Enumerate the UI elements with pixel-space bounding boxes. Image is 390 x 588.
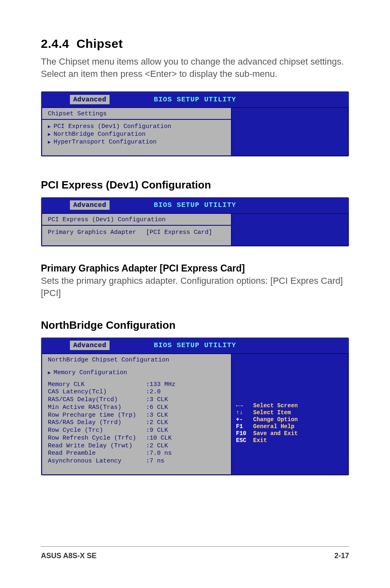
bios-info-row: CAS Latency(Tcl):2.0: [48, 388, 225, 396]
bios-info-value: :3 CLK: [146, 412, 168, 420]
bios-tab-advanced: Advanced: [70, 341, 110, 350]
bios-info-row: RAS/RAS Delay (Trrd):2 CLK: [48, 419, 225, 427]
bios-info-row: Row Precharge time (Trp):3 CLK: [48, 412, 225, 420]
bios-info-label: RAS/CAS Delay(Trcd): [48, 396, 146, 404]
bios-left-panel: Chipset Settings ▶PCI Express (Dev1) Con…: [41, 107, 232, 156]
bios-panel-title: PCI Express (Dev1) Configuration: [48, 216, 225, 223]
bios-info-row: Read Write Delay (Trwt):2 CLK: [48, 442, 225, 450]
bios-menu-item[interactable]: ▶NorthBridge Configuration: [48, 131, 225, 139]
bios-panel-title: NorthBridge Chipset Configuration: [48, 357, 225, 364]
bios-right-panel: ←→Select Screen↑↓Select Item+-Change Opt…: [232, 353, 349, 475]
bios-info-value: :2 CLK: [146, 442, 168, 450]
bios-info-row: Min Active RAS(Tras):6 CLK: [48, 404, 225, 412]
bios-menu-item[interactable]: ▶PCI Express (Dev1) Configuration: [48, 123, 225, 131]
help-action: Change Option: [253, 416, 344, 423]
bios-info-row: Read Preamble:7.0 ns: [48, 450, 225, 458]
footer-page-number: 2-17: [334, 552, 349, 560]
option-desc-line1: Sets the primary graphics adapter. Confi…: [41, 275, 349, 287]
bios-utility-title: BIOS SETUP UTILITY: [154, 201, 236, 209]
subhead-northbridge: NorthBridge Configuration: [41, 319, 349, 332]
section-heading: 2.4.4 Chipset: [41, 37, 349, 51]
bios-info-label: Row Precharge time (Trp): [48, 412, 146, 420]
section-number: 2.4.4: [41, 37, 69, 50]
help-action: General Help: [253, 423, 344, 430]
bios-setting-value: [PCI Express Card]: [146, 229, 212, 237]
bios-menu-label: Memory Configuration: [54, 369, 127, 377]
triangle-icon: ▶: [48, 370, 54, 376]
bios-info-label: Min Active RAS(Tras): [48, 404, 146, 412]
bios-info-label: Row Refresh Cycle (Trfc): [48, 435, 146, 442]
help-action: Exit: [253, 437, 344, 444]
help-key: ↑↓: [236, 409, 253, 416]
help-key: F10: [236, 430, 253, 437]
help-key: ESC: [236, 437, 253, 444]
bios-info-label: CAS Latency(Tcl): [48, 388, 146, 396]
bios-info-value: :6 CLK: [146, 404, 168, 412]
bios-left-panel: PCI Express (Dev1) Configuration Primary…: [41, 213, 232, 247]
page-footer: ASUS A8S-X SE 2-17: [41, 546, 349, 560]
divider: [42, 225, 231, 226]
bios-info-label: Read Preamble: [48, 450, 146, 458]
bios-info-row: RAS/CAS Delay(Trcd):3 CLK: [48, 396, 225, 404]
bios-info-label: Asynchronous Latency: [48, 458, 146, 465]
help-action: Save and Exit: [253, 430, 344, 437]
bios-menu-label: NorthBridge Configuration: [54, 131, 146, 139]
bios-info-value: :2.0: [146, 388, 161, 396]
footer-product: ASUS A8S-X SE: [41, 552, 96, 560]
intro-paragraph: The Chipset menu items allow you to chan…: [41, 56, 349, 80]
bios-info-value: :133 MHz: [146, 381, 175, 389]
help-key: F1: [236, 423, 253, 430]
bios-info-value: :7 ns: [146, 458, 164, 465]
bios-setting-row[interactable]: Primary Graphics Adapter [PCI Express Ca…: [48, 229, 225, 237]
triangle-icon: ▶: [48, 139, 54, 146]
bios-right-panel: [232, 107, 349, 156]
section-title: Chipset: [76, 37, 123, 50]
bios-menu-label: PCI Express (Dev1) Configuration: [54, 123, 171, 131]
bios-info-value: :3 CLK: [146, 396, 168, 404]
bios-info-value: :9 CLK: [146, 427, 168, 435]
divider: [42, 119, 231, 120]
bios-info-row: Row Refresh Cycle (Trfc):10 CLK: [48, 435, 225, 442]
bios-info-value: :10 CLK: [146, 435, 172, 442]
bios-info-value: :2 CLK: [146, 419, 168, 427]
bios-info-value: :7.0 ns: [146, 450, 172, 458]
bios-info-row: Row Cycle (Trc):9 CLK: [48, 427, 225, 435]
bios-menu-label: HyperTransport Configuration: [54, 139, 157, 146]
bios-titlebar: Advanced BIOS SETUP UTILITY: [41, 197, 349, 213]
bios-info-label: Memory CLK: [48, 381, 146, 389]
bios-info-row: Asynchronous Latency:7 ns: [48, 458, 225, 465]
option-heading-pga: Primary Graphics Adapter [PCI Express Ca…: [41, 263, 349, 274]
bios-info-row: Memory CLK:133 MHz: [48, 381, 225, 389]
bios-utility-title: BIOS SETUP UTILITY: [154, 96, 236, 103]
bios-tab-advanced: Advanced: [70, 200, 110, 210]
triangle-icon: ▶: [48, 124, 54, 130]
bios-setting-label: Primary Graphics Adapter: [48, 229, 146, 237]
bios-info-label: Read Write Delay (Trwt): [48, 442, 146, 450]
bios-tab-advanced: Advanced: [70, 95, 110, 104]
option-desc-line2: [PCI]: [41, 287, 349, 299]
bios-menu-item[interactable]: ▶Memory Configuration: [48, 369, 225, 377]
bios-screenshot-chipset: Advanced BIOS SETUP UTILITY Chipset Sett…: [41, 91, 349, 156]
bios-utility-title: BIOS SETUP UTILITY: [154, 341, 236, 349]
bios-screenshot-northbridge: Advanced BIOS SETUP UTILITY NorthBridge …: [41, 337, 349, 476]
bios-left-panel: NorthBridge Chipset Configuration ▶Memor…: [41, 353, 232, 475]
bios-titlebar: Advanced BIOS SETUP UTILITY: [41, 92, 349, 107]
help-action: Select Item: [253, 409, 344, 416]
triangle-icon: ▶: [48, 132, 54, 138]
bios-menu-item[interactable]: ▶HyperTransport Configuration: [48, 139, 225, 146]
bios-screenshot-pci: Advanced BIOS SETUP UTILITY PCI Express …: [41, 197, 349, 247]
subhead-pci-express: PCI Express (Dev1) Configuration: [41, 179, 349, 191]
bios-info-label: RAS/RAS Delay (Trrd): [48, 419, 146, 427]
help-action: Select Screen: [253, 402, 344, 409]
help-key: ←→: [236, 402, 253, 409]
bios-right-panel: [232, 213, 349, 247]
help-key: +-: [236, 416, 253, 423]
bios-panel-title: Chipset Settings: [48, 110, 225, 117]
bios-titlebar: Advanced BIOS SETUP UTILITY: [41, 338, 349, 353]
bios-info-label: Row Cycle (Trc): [48, 427, 146, 435]
